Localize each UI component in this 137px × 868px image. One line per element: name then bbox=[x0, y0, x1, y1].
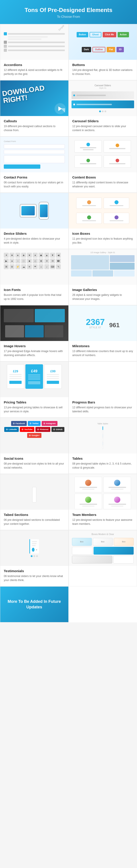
table-row-3 bbox=[102, 438, 103, 441]
card-body-buttons: Buttons 144 pre-designed flat, ghost & 3… bbox=[69, 60, 137, 80]
card-title-testimonials: Testimonials bbox=[4, 569, 65, 573]
card-testimonials: Testimonials 06 testimonial sliders to l… bbox=[0, 530, 68, 586]
card-callouts: DOWNLOADRIGHT! Callouts 19 different pre… bbox=[0, 80, 68, 136]
card-desc-progressbars: 12 different styled progress bars to sho… bbox=[73, 405, 133, 413]
table-header bbox=[103, 426, 103, 430]
thumb-buttons: Button Ghost Click Me Action Dark Outlin… bbox=[69, 24, 137, 60]
social-btn-linkedin: LinkedIn bbox=[4, 427, 19, 432]
icon-f-16: ◇ bbox=[33, 258, 38, 264]
acc-line-1 bbox=[8, 33, 65, 35]
team-name-3 bbox=[80, 504, 97, 505]
card-tabedsections: Tabed Sections 06 pre-designed tabed sec… bbox=[0, 474, 68, 530]
content-line-3 bbox=[109, 148, 126, 149]
form-textarea bbox=[4, 155, 65, 163]
quote-line-3 bbox=[32, 545, 36, 546]
icon-f-24: ☁ bbox=[21, 264, 26, 269]
box-4 bbox=[72, 547, 92, 555]
btn-mock-3: Click Me bbox=[103, 32, 116, 37]
card-title-milestones: Milestones bbox=[73, 344, 133, 348]
card-buttons: Button Ghost Click Me Action Dark Outlin… bbox=[68, 24, 137, 80]
carousel-label: Carousel SlidersStyle 01 bbox=[95, 84, 111, 89]
milestone-item-2: 961 bbox=[109, 322, 120, 329]
icon-f-6: ♦ bbox=[33, 253, 38, 258]
hover-cell-3 bbox=[5, 325, 24, 337]
quote-author-1 bbox=[32, 548, 37, 552]
icon-f-21: ⌘ bbox=[4, 264, 9, 269]
thumb-tabedsections bbox=[0, 474, 68, 510]
gallery-cell-2 bbox=[110, 263, 135, 270]
pricing-line-1c bbox=[9, 378, 22, 379]
gallery-cell-4 bbox=[92, 270, 113, 277]
callout-circle bbox=[55, 103, 66, 114]
card-title-pricingtables: Pricing Tables bbox=[4, 400, 65, 404]
gallery-label: 1/3 Image Gallery · Style 01 bbox=[71, 251, 135, 254]
thumb-socialicons: Facebook Twitter Instagram LinkedIn YouT… bbox=[0, 418, 68, 454]
gallery-cells bbox=[71, 255, 135, 277]
icon-f-27: ♫ bbox=[38, 264, 44, 269]
hover-cell-4 bbox=[25, 325, 44, 337]
icon-f-19: ✉ bbox=[50, 258, 55, 264]
icon-line-4 bbox=[110, 220, 124, 221]
table-row-5 bbox=[102, 446, 103, 449]
card-desc-buttons: 144 pre-designed flat, ghost & 3D button… bbox=[73, 68, 133, 76]
content-icon-2 bbox=[116, 144, 119, 147]
acc-line-3 bbox=[8, 45, 65, 47]
card-title-carousel: Carousel Sliders bbox=[73, 119, 133, 123]
testimonial-1 bbox=[29, 539, 39, 554]
tablet-screen bbox=[21, 206, 35, 215]
card-title-socialicons: Social Icons bbox=[4, 457, 65, 460]
social-icon-twitter bbox=[30, 423, 31, 424]
milestone-number-1: 2367 bbox=[86, 318, 105, 326]
carousel-dot-2 bbox=[73, 103, 75, 105]
card-desc-contactforms: 06 contact form variations to let your v… bbox=[4, 181, 65, 188]
card-body-progressbars: Progress Bars 12 different styled progre… bbox=[69, 397, 137, 417]
carousel-dots bbox=[99, 111, 106, 112]
card-title-teammembers: Team Members bbox=[73, 513, 133, 517]
card-desc-accordions: 12 different styled & sized accordion wi… bbox=[4, 68, 65, 76]
icon-line-1 bbox=[82, 205, 96, 206]
team-card-1 bbox=[74, 477, 102, 492]
icon-f-26: ☂ bbox=[33, 264, 38, 269]
icon-f-30: ✎ bbox=[56, 264, 61, 269]
card-body-iconboxes: Icon Boxes 11 pre-designed icon box styl… bbox=[69, 228, 137, 249]
milestone-label-1: Style 07 bbox=[89, 326, 101, 329]
card-body-callouts: Callouts 19 different pre-designed callo… bbox=[0, 116, 68, 136]
page-title: Tons Of Pre-Designed Elements bbox=[4, 7, 133, 13]
carousel-dot-1 bbox=[73, 94, 75, 96]
card-carousel: Carousel SlidersStyle 01 Carousel Slider… bbox=[68, 80, 137, 136]
box-5 bbox=[93, 547, 134, 555]
team-card-2 bbox=[103, 477, 131, 492]
milestone-item-1: 2367 Style 07 bbox=[86, 318, 105, 329]
card-desc-contentboxes: 11 differently styled content boxes to s… bbox=[73, 181, 133, 188]
social-btn-github: GitHub bbox=[51, 427, 64, 432]
quote-avatar-1 bbox=[32, 548, 34, 552]
box-1: Box bbox=[72, 538, 92, 546]
thumb-tables: Table Styles bbox=[69, 418, 137, 454]
icon-box-1 bbox=[76, 197, 102, 209]
icon-f-8: ▲ bbox=[44, 253, 49, 258]
icon-circle-1 bbox=[87, 200, 91, 204]
social-icon-linkedin bbox=[6, 429, 8, 430]
acc-sub-1 bbox=[8, 36, 48, 37]
card-body-carousel: Carousel Sliders 12 pre-designed carouse… bbox=[69, 116, 137, 136]
gallery-cell-1 bbox=[110, 255, 135, 262]
card-desc-iconboxes: 11 pre-designed icon box styles to featu… bbox=[73, 237, 133, 245]
social-btn-twitter: Twitter bbox=[28, 421, 40, 426]
icon-box-4 bbox=[104, 213, 129, 224]
acc-line-2 bbox=[8, 41, 65, 43]
card-iconfonts: ✦ ★ ♠ ♣ ♥ ♦ ◆ ▲ ▼ ◀ ▶ ● ○ □ ■ ◇ ✿ ✈ ✉ ☎ bbox=[0, 249, 68, 305]
carousel-slide-2 bbox=[72, 100, 134, 108]
cards-grid: Simple Accordions 12 different styled & … bbox=[0, 24, 137, 622]
icon-f-5: ♥ bbox=[27, 253, 32, 258]
icon-f-17: ✿ bbox=[38, 258, 44, 264]
tablet-device bbox=[20, 204, 36, 217]
card-moreupdates: Boxes Modern & Clear Box Box Box bbox=[68, 530, 137, 586]
carousel-line-1 bbox=[76, 95, 106, 96]
thumb-callouts: DOWNLOADRIGHT! bbox=[0, 81, 68, 116]
card-desc-pricingtables: 13 pre-designed pricing tables to showca… bbox=[4, 405, 65, 413]
acc-icon-1 bbox=[4, 32, 7, 35]
milestone-number-2: 961 bbox=[109, 322, 120, 329]
card-body-tabedsections: Tabed Sections 06 pre-designed tabed sec… bbox=[0, 510, 68, 530]
btn-mock-2: Ghost bbox=[89, 32, 101, 37]
dot-1 bbox=[99, 111, 101, 112]
